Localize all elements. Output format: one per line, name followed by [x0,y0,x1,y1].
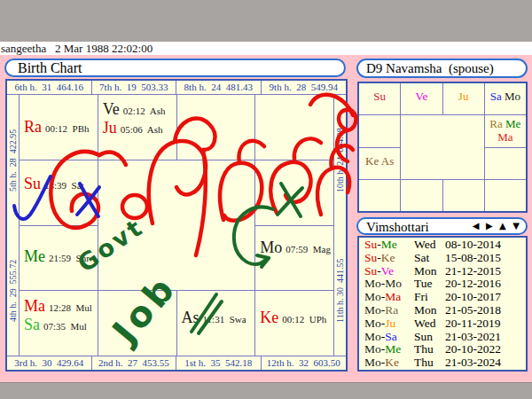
dasha-row[interactable]: Mo-MaFri20-10-2017 [359,291,526,304]
planet-abbr: Ve [416,90,428,103]
dasha-planet: Su [364,264,377,278]
dasha-nav-down-icon[interactable]: ▼ [512,221,520,231]
dasha-row[interactable]: Su-MeWed08-10-2014 [359,239,526,252]
d9-cell [443,180,484,211]
dasha-date: 15-08-2015 [445,252,526,265]
planet-abbr: As [182,309,200,326]
planet-entry: Mo 07:59 Mag [260,239,333,257]
dasha-date: 20-10-2017 [445,291,526,304]
dasha-planet: Mo [364,277,381,290]
house-label: 12th h. 32 603.50 [262,356,347,370]
dasha-planet: Mo [364,303,381,317]
planet-abbr: Su [24,175,41,192]
chart-cell-aquarius: Su 18:39 Sat [20,160,98,225]
house-label: 3rd h. 30 429.64 [7,356,92,370]
d9-cell [359,115,400,146]
dasha-planet: Mo [364,342,381,356]
chart-cell-capricorn: Me 21:59 Shr [20,226,98,291]
window-chrome-top [0,0,532,42]
dasha-weekday: Mon [414,304,445,317]
dasha-date: 21-03-2024 [445,356,526,370]
planet-abbr: Me [505,117,520,130]
dasha-planet: Ra [385,303,398,317]
planet-entry: As 11:31 Swa [182,309,255,327]
planet-entry: Me 21:59 Shr [24,247,98,266]
house-label: 9th h. 28 549.94 [262,81,347,94]
dasha-weekday: Tue [414,278,445,291]
house-labels-top: 6th h. 31 464.16 7th h. 19 503.33 8th h.… [7,81,346,95]
planet-degree: 00:12 PBh [45,123,90,134]
planet-abbr: Ra [24,118,42,136]
vimshottari-table: Su-MeWed08-10-2014 Su-KeSat15-08-2015 Su… [357,236,528,372]
house-label: 6th h. 31 464.16 [7,81,92,94]
planet-abbr: Me [24,247,45,265]
dasha-date: 08-10-2014 [445,239,526,252]
dasha-row[interactable]: Mo-SaSun21-03-2021 [359,331,526,344]
dasha-nav-left-icon[interactable]: ◀ [473,221,480,231]
planet-degree: 00:12 UPh [282,314,326,325]
chart-cell-gemini [255,95,333,160]
dasha-date: 21-12-2015 [445,265,526,278]
house-label: 2nd h. 27 453.55 [92,356,177,370]
dasha-planet: Su [364,251,377,264]
planet-abbr: Ke [260,309,278,326]
planet-abbr: Sa [24,316,40,333]
dasha-planet: Me [385,342,401,356]
planet-entry: Sa 07:35 Mul [24,316,98,334]
dasha-planet: Mo [364,356,381,369]
dasha-row[interactable]: Mo-KeThu21-03-2024 [359,356,526,370]
planet-abbr: Ke [365,154,379,168]
birth-chart-header[interactable]: Birth Chart [4,59,346,77]
dasha-row[interactable]: Su-VeMon21-12-2015 [359,265,526,278]
dasha-row[interactable]: Mo-MoTue20-12-2016 [359,278,526,291]
dasha-weekday: Wed [414,239,445,252]
chart-cell-cancer [255,160,333,225]
planet-entry: Ra 00:12 PBh [24,118,98,137]
d9-cell [359,180,400,211]
planet-degree: 07:59 Mag [286,244,331,254]
planet-abbr: Ju [458,90,469,103]
dasha-row[interactable]: Su-KeSat15-08-2015 [359,252,526,265]
house-label: 5th h. 28 422.95 [7,95,19,225]
dasha-nav-up-icon[interactable]: ▲ [499,221,506,231]
dasha-planet: Mo [364,317,381,330]
dasha-nav-right-icon[interactable]: ▶ [486,221,493,231]
dasha-weekday: Wed [414,317,445,331]
dasha-planet: Ke [385,356,399,369]
chart-center [98,160,255,291]
dasha-planet: Sa [385,330,397,343]
planet-degree: 11:31 Swa [203,314,246,325]
planet-degree: 12:28 Mul [49,302,92,313]
dasha-weekday: Sun [414,331,445,344]
dasha-date: 20-11-2019 [445,317,526,331]
dasha-date: 20-12-2016 [445,278,526,291]
dasha-weekday: Thu [414,343,445,356]
astrology-app-window: sangeetha 2 Mar 1988 22:02:00 Birth Char… [0,0,532,399]
chart-cell-virgo: Ke 00:12 UPh [255,291,333,356]
chart-cell-scorpio [98,291,176,356]
house-label: 8th h. 24 481.43 [176,81,262,94]
chart-cell-sagittarius: Ma 12:28 Mul Sa 07:35 Mul [20,291,98,356]
dasha-planet: Mo [364,290,381,303]
dasha-planet: Me [381,238,397,251]
d9-cell [401,180,442,211]
dasha-weekday: Fri [414,291,445,304]
planet-abbr: Mo [260,239,282,256]
house-labels-left: 5th h. 28 422.95 4th h. 29 555.72 [7,95,20,356]
d9-center [401,115,484,179]
house-labels-right: 10th h. 24 664.08 11th h. 30 441.55 [333,95,346,356]
dasha-row[interactable]: Mo-JuWed20-11-2019 [359,317,526,331]
dasha-planet: Ke [381,251,395,264]
planet-abbr: Ve [103,100,120,118]
d9-navamsha-title: D9 Navamsha (spouse) [358,60,526,77]
planet-degree: 18:39 Sat [44,180,84,191]
vimshottari-header[interactable]: Vimshottari ◀ ▶ ▲ ▼ [356,217,528,235]
d9-navamsha-header[interactable]: D9 Navamsha (spouse) [356,59,528,78]
dasha-row[interactable]: Mo-RaMon21-05-2018 [359,304,526,317]
native-name-and-birth-datetime: sangeetha 2 Mar 1988 22:02:00 [0,42,532,55]
dasha-row[interactable]: Mo-MeThu20-10-2022 [359,343,526,356]
dasha-date: 21-05-2018 [445,304,526,317]
house-label: 4th h. 29 555.72 [7,225,19,356]
house-label: 11th h. 30 441.55 [334,225,346,356]
chart-cell-aries: Ve 02:12 Ash Ju 05:06 Ash [98,95,176,160]
